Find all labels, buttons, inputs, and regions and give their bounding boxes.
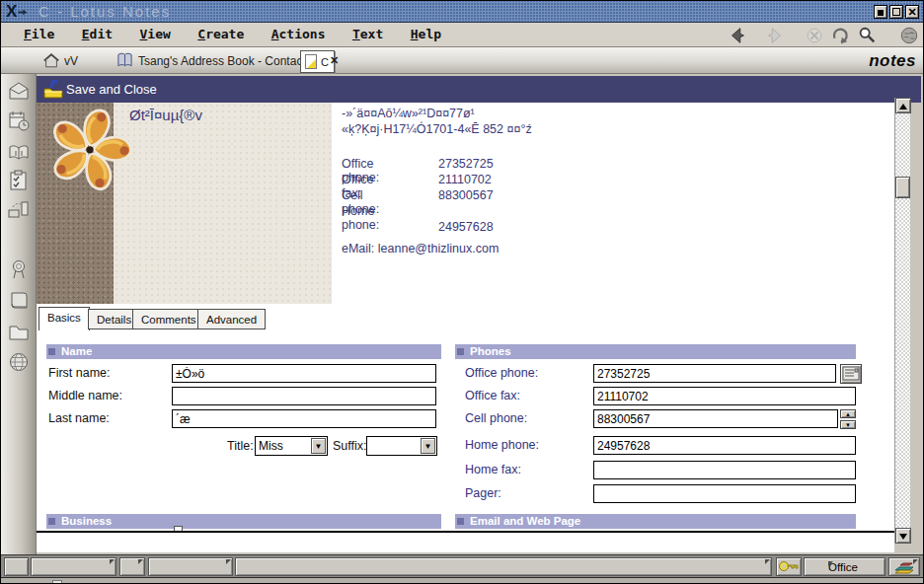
spinner-up-icon[interactable]: ▲ <box>840 409 856 418</box>
home-phone-input[interactable] <box>593 436 856 455</box>
last-name-input[interactable] <box>172 409 436 428</box>
section-email-web: Email and Web Page <box>455 514 856 529</box>
back-icon[interactable] <box>727 26 748 45</box>
tab-basics[interactable]: Basics <box>38 307 90 330</box>
status-segment-replication[interactable] <box>888 557 920 576</box>
window-menu-icon[interactable]: X <box>6 3 36 21</box>
office-phone-input[interactable] <box>593 364 836 383</box>
workspace-tab-label[interactable]: vV <box>64 54 78 68</box>
calendar-icon[interactable] <box>7 110 31 133</box>
home-fax-input[interactable] <box>593 461 856 479</box>
window-tab-bar: vV Tsang's Address Book - Contacts C ✕ n… <box>1 47 924 74</box>
cell-phone-label: Cell phone: <box>465 411 527 425</box>
browser-globe-icon[interactable] <box>7 350 31 374</box>
menu-view[interactable]: View <box>140 23 171 46</box>
middle-name-input[interactable] <box>172 387 436 405</box>
menu-actions[interactable]: Actions <box>271 23 326 46</box>
status-segment-location[interactable]: Office <box>804 557 886 576</box>
close-button[interactable]: ✕ <box>905 5 919 19</box>
contact-email-line: eMail: leanne@thizlinux.com <box>342 242 499 256</box>
scroll-down-icon[interactable] <box>895 528 911 544</box>
folder-icon[interactable] <box>7 321 31 344</box>
plumeria-flower-image <box>44 103 135 193</box>
title-label: Title: <box>227 439 254 453</box>
title-dropdown[interactable]: Miss ▼ <box>255 436 328 456</box>
status-bar: Office <box>1 554 924 577</box>
status-segment-message[interactable] <box>31 557 116 576</box>
contact-address-line1: -»´ä¤¤Aō¼w»²¹D¤¤77ø¹ <box>342 107 475 120</box>
menu-help[interactable]: Help <box>411 23 441 46</box>
address-book-tab-label[interactable]: Tsang's Address Book - Contacts <box>138 54 312 68</box>
menu-text[interactable]: Text <box>352 23 383 46</box>
home-icon[interactable] <box>42 52 60 69</box>
home-fax-label: Home fax: <box>465 463 521 476</box>
form-clip-edge <box>37 531 894 533</box>
window-bottom-border <box>1 577 924 584</box>
address-book-icon[interactable] <box>116 51 133 69</box>
section-name: Name <box>46 344 441 359</box>
search-icon[interactable] <box>856 26 878 45</box>
notes-logo: notes <box>869 51 916 71</box>
forward-icon <box>764 26 786 45</box>
scrollbar-thumb[interactable] <box>895 177 910 198</box>
middle-name-label: Middle name: <box>48 389 122 402</box>
suffix-dropdown-arrow-icon[interactable]: ▼ <box>421 438 435 454</box>
cell-phone-input[interactable] <box>593 409 838 428</box>
section-business: Business <box>46 514 441 529</box>
status-segment-font-size[interactable] <box>119 557 145 576</box>
status-segment-security[interactable] <box>776 557 802 576</box>
contacts-icon[interactable] <box>7 141 31 165</box>
status-segment-info[interactable] <box>235 557 772 576</box>
mail-icon[interactable] <box>7 80 31 104</box>
section-phones: Phones <box>455 344 856 359</box>
title-value: Miss <box>259 439 283 453</box>
tab-comments[interactable]: Comments <box>132 309 205 329</box>
suffix-label: Suffix: <box>333 439 367 453</box>
menu-file[interactable]: File <box>24 23 54 46</box>
sand-photo-strip <box>37 103 114 304</box>
database-book-icon[interactable] <box>7 289 31 313</box>
action-bar: Save and Close <box>37 76 921 103</box>
refresh-icon[interactable] <box>829 26 851 45</box>
maximize-button[interactable] <box>889 5 903 19</box>
status-segment-system[interactable] <box>4 557 29 576</box>
vertical-scrollbar[interactable] <box>894 98 910 544</box>
pager-input[interactable] <box>593 484 856 503</box>
spinner-down-icon[interactable]: ▼ <box>840 420 856 429</box>
first-name-input[interactable] <box>172 364 436 383</box>
certificate-icon[interactable] <box>7 257 31 281</box>
list-icon <box>841 365 861 383</box>
key-icon <box>778 559 800 574</box>
phone-list-button[interactable] <box>840 364 862 384</box>
save-and-close-icon <box>43 80 63 99</box>
document-icon <box>305 54 317 69</box>
suffix-dropdown[interactable]: ▼ <box>366 436 437 456</box>
home-phone-label: Home phone: <box>465 438 539 452</box>
stop-icon <box>804 26 825 45</box>
save-and-close-button[interactable] <box>43 80 63 103</box>
save-and-close-label[interactable]: Save and Close <box>66 82 157 97</box>
tab-close-icon[interactable]: ✕ <box>328 52 341 68</box>
tab-advanced[interactable]: Advanced <box>197 309 266 329</box>
todo-icon[interactable] <box>7 169 31 192</box>
title-dropdown-arrow-icon[interactable]: ▼ <box>311 438 326 454</box>
bookmark-bar <box>1 74 37 555</box>
pin-icon <box>18 8 27 17</box>
minimize-button[interactable] <box>874 5 887 19</box>
first-name-label: First name: <box>48 366 111 380</box>
pager-label: Pager: <box>465 486 501 500</box>
replicator-icon[interactable] <box>7 198 31 222</box>
titlebar: X C - Lotus Notes ✕ <box>1 1 924 23</box>
office-phone-label: Office phone: <box>465 366 538 380</box>
globe-icon[interactable] <box>898 26 920 45</box>
menu-create[interactable]: Create <box>197 23 244 46</box>
menu-edit[interactable]: Edit <box>82 23 113 46</box>
contact-address-line2: «ķ?Ķ¤j·H17¼Ó1701-4«Ē 852 ¤¤°ź <box>342 122 532 136</box>
office-fax-label: Office fax: <box>465 389 520 402</box>
application-window: X C - Lotus Notes ✕ File Edit View Creat… <box>0 0 924 584</box>
office-fax-input[interactable] <box>593 387 856 405</box>
window-title: C - Lotus Notes <box>38 3 171 20</box>
status-segment-style[interactable] <box>148 557 233 576</box>
scroll-up-icon[interactable] <box>895 98 911 113</box>
contact-display-name: Øt²Ī¤uµ{®v <box>129 107 202 123</box>
